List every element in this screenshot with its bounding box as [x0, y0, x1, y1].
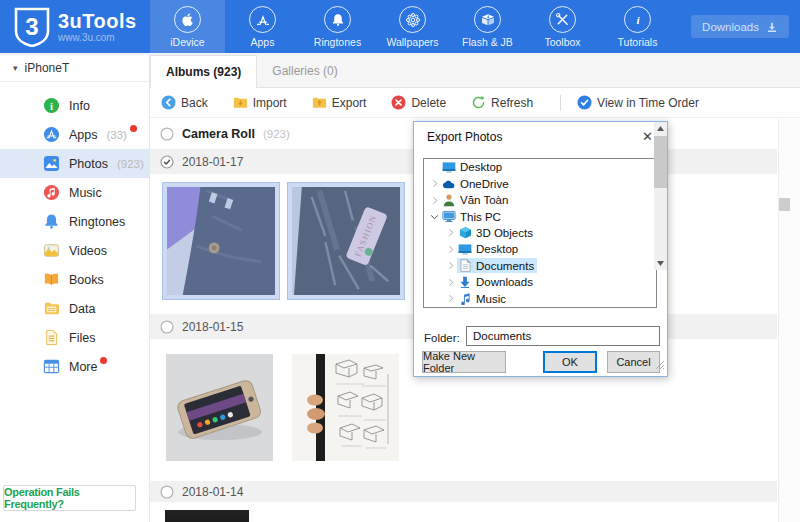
sidebar-item-photos[interactable]: Photos (923) — [0, 149, 149, 178]
sidebar-item-data[interactable]: Data — [0, 294, 149, 323]
svg-text:i: i — [636, 13, 640, 25]
nav-item-ringtones[interactable]: Ringtones — [300, 0, 375, 53]
device-selector[interactable]: ▾ iPhoneT — [0, 55, 149, 82]
checked-circle-icon[interactable] — [160, 155, 174, 169]
chevron-right-icon[interactable] — [444, 278, 457, 287]
tree-item-downloads[interactable]: Downloads — [424, 274, 656, 290]
chevron-down-icon[interactable] — [428, 213, 441, 221]
delete-button[interactable]: Delete — [391, 95, 446, 110]
make-new-folder-button[interactable]: Make New Folder — [422, 351, 506, 373]
nav-item-tutorials[interactable]: i Tutorials — [600, 0, 675, 53]
date-group-label: 2018-01-14 — [182, 485, 243, 499]
unchecked-circle-icon[interactable] — [160, 320, 174, 334]
sidebar-item-info[interactable]: i Info — [0, 91, 149, 120]
view-in-time-order-button[interactable]: View in Time Order — [577, 95, 699, 110]
back-icon — [161, 95, 176, 110]
tree-item-desktop[interactable]: Desktop — [424, 241, 656, 257]
ok-button[interactable]: OK — [543, 351, 597, 373]
photo-thumbnail-partial[interactable] — [165, 510, 249, 522]
nav-item-idevice[interactable]: iDevice — [150, 0, 225, 53]
nav-item-apps[interactable]: Apps — [225, 0, 300, 53]
tree-item-documents[interactable]: Documents — [424, 258, 656, 274]
tree-item-3d-objects[interactable]: 3D Objects — [424, 225, 656, 241]
unchecked-circle-icon[interactable] — [160, 485, 174, 499]
photo-thumbnail-clothing-bag[interactable]: FASHION — [287, 182, 405, 300]
photos-icon — [43, 155, 60, 172]
photo-thumbnail-clothing-purple[interactable] — [162, 182, 280, 300]
chevron-right-icon[interactable] — [444, 261, 457, 270]
svg-text:i: i — [50, 100, 53, 112]
tab-galleries-0[interactable]: Galleries (0) — [257, 55, 352, 87]
tab-albums-923[interactable]: Albums (923) — [150, 55, 257, 88]
photo-thumbnail-sketch[interactable] — [292, 354, 399, 461]
nav-item-toolbox[interactable]: Toolbox — [525, 0, 600, 53]
downloads-folder-icon — [457, 276, 473, 288]
sidebar-item-music[interactable]: Music — [0, 178, 149, 207]
sidebar-item-more[interactable]: More — [0, 352, 149, 381]
sidebar-menu: i Info Apps (33) Photos (923) Music Ring… — [0, 82, 149, 381]
scrollbar-thumb[interactable] — [779, 198, 790, 211]
tree-item-onedrive[interactable]: OneDrive — [424, 175, 656, 191]
scroll-up-icon[interactable] — [654, 122, 667, 135]
import-button[interactable]: Import — [233, 95, 287, 110]
videos-icon — [43, 242, 60, 259]
toolbox-icon — [549, 6, 576, 33]
onedrive-folder-icon — [441, 179, 457, 189]
camera-roll-label: Camera Roll — [182, 127, 255, 141]
3d-objects-folder-icon — [457, 226, 473, 239]
cancel-button[interactable]: Cancel — [607, 351, 660, 373]
tree-scrollbar-thumb[interactable] — [654, 136, 667, 188]
folder-input[interactable]: Documents — [466, 326, 660, 346]
apps-icon — [43, 126, 60, 143]
item-count: (33) — [107, 129, 127, 141]
folder-tree: Desktop OneDrive Văn Toàn This PC 3D Obj… — [423, 158, 657, 308]
content-scrollbar[interactable] — [778, 119, 800, 522]
chevron-right-icon[interactable] — [428, 196, 441, 205]
scroll-down-icon[interactable] — [654, 257, 667, 270]
chevron-right-icon[interactable] — [444, 228, 457, 237]
files-icon — [43, 329, 60, 346]
resize-grip[interactable] — [655, 356, 665, 374]
flashbox-icon — [474, 6, 501, 33]
data-icon — [43, 300, 60, 317]
music-icon — [43, 184, 60, 201]
tutorials-icon: i — [624, 6, 651, 33]
photo-thumbnail-phone[interactable] — [166, 354, 273, 461]
delete-icon — [391, 95, 406, 110]
date-group-label: 2018-01-15 — [182, 320, 243, 334]
sidebar-item-apps[interactable]: Apps (33) — [0, 120, 149, 149]
back-button[interactable]: Back — [161, 95, 208, 110]
radio-circle-icon[interactable] — [160, 127, 174, 141]
desktop-folder-icon — [457, 244, 473, 255]
tree-scrollbar[interactable] — [654, 122, 667, 270]
nav-item-flash-jb[interactable]: Flash & JB — [450, 0, 525, 53]
bell-icon — [324, 6, 351, 33]
tree-item-v-n-to-n[interactable]: Văn Toàn — [424, 192, 656, 208]
sidebar-item-files[interactable]: Files — [0, 323, 149, 352]
operation-fails-link[interactable]: Operation Fails Frequently? — [3, 485, 136, 511]
nav-item-wallpapers[interactable]: Wallpapers — [375, 0, 450, 53]
svg-text:3: 3 — [25, 13, 38, 40]
dialog-title: Export Photos — [427, 130, 502, 144]
export-button[interactable]: Export — [312, 95, 367, 110]
3utools-logo-icon: 3 — [14, 7, 50, 47]
chevron-right-icon[interactable] — [428, 179, 441, 188]
date-group-row[interactable]: 2018-01-14 — [150, 481, 777, 502]
sidebar-item-books[interactable]: Books — [0, 265, 149, 294]
tree-item-this-pc[interactable]: This PC — [424, 208, 656, 224]
tree-item-desktop[interactable]: Desktop — [424, 159, 656, 175]
sidebar-item-ringtones[interactable]: Ringtones — [0, 207, 149, 236]
check-circle-icon — [577, 95, 592, 110]
flower-icon — [399, 6, 426, 33]
refresh-button[interactable]: Refresh — [471, 95, 533, 110]
chevron-down-icon: ▾ — [13, 64, 18, 73]
chevron-right-icon[interactable] — [444, 245, 457, 254]
chevron-right-icon[interactable] — [444, 294, 457, 303]
top-navigation-bar: 3 3uTools www.3u.com iDevice Apps Ringto… — [0, 0, 800, 53]
tree-item-music[interactable]: Music — [424, 291, 656, 307]
device-name: iPhoneT — [25, 61, 70, 75]
camera-roll-count: (923) — [263, 128, 290, 140]
device-sidebar: ▾ iPhoneT i Info Apps (33) Photos (923) … — [0, 55, 150, 522]
sidebar-item-videos[interactable]: Videos — [0, 236, 149, 265]
downloads-button[interactable]: Downloads — [691, 15, 789, 38]
